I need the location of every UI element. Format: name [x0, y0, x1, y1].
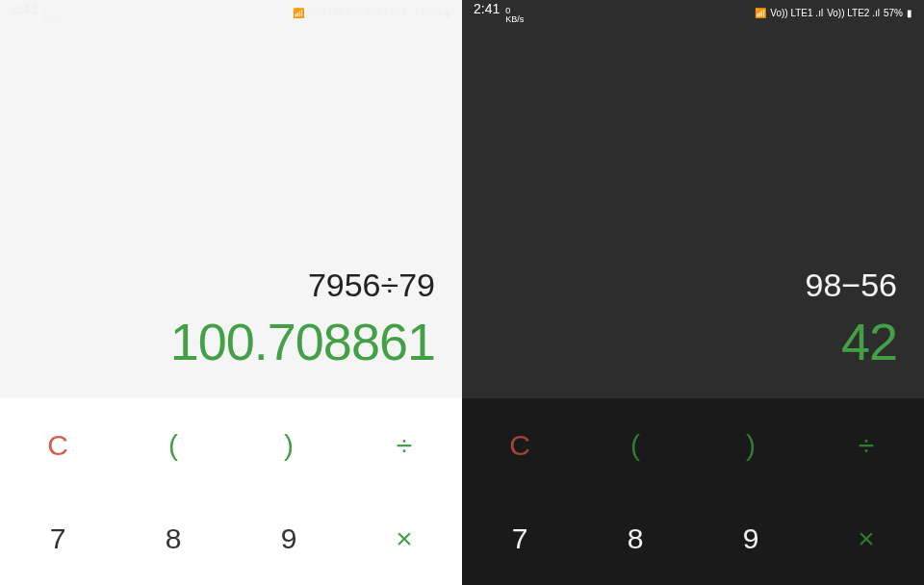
- statusbar-light: 2:41 0KB/s 📶 Vo)) LTE1 .ıl Vo)) LTE2 .ıl…: [0, 0, 462, 25]
- keypad-light: C ( ) ÷ 7 8 9 ×: [0, 398, 462, 585]
- result: 100.708861: [170, 312, 435, 371]
- clock: 2:41: [12, 1, 38, 16]
- key-lparen[interactable]: (: [578, 398, 693, 492]
- statusbar-right: 📶 Vo)) LTE1 .ıl Vo)) LTE2 .ıl 57% ▮: [755, 8, 912, 18]
- lte2-indicator: Vo)) LTE2 .ıl: [365, 8, 418, 18]
- battery-text: 57%: [422, 8, 441, 18]
- key-8[interactable]: 8: [116, 492, 231, 585]
- key-lparen[interactable]: (: [116, 398, 231, 492]
- key-9[interactable]: 9: [231, 492, 346, 585]
- screen-dark: 2:41 0KB/s 📶 Vo)) LTE1 .ıl Vo)) LTE2 .ıl…: [462, 0, 924, 585]
- statusbar-left: 2:41 0KB/s: [12, 1, 62, 24]
- key-8[interactable]: 8: [578, 492, 693, 585]
- key-7[interactable]: 7: [462, 492, 578, 585]
- wifi-icon: 📶: [755, 8, 766, 18]
- data-rate: 0KB/s: [43, 7, 62, 24]
- data-rate: 0KB/s: [505, 7, 524, 24]
- statusbar-right: 📶 Vo)) LTE1 .ıl Vo)) LTE2 .ıl 57% ▮: [293, 8, 450, 18]
- key-7[interactable]: 7: [0, 492, 116, 585]
- key-divide[interactable]: ÷: [346, 398, 462, 492]
- keypad-dark: C ( ) ÷ 7 8 9 ×: [462, 398, 924, 585]
- key-9[interactable]: 9: [693, 492, 808, 585]
- key-clear[interactable]: C: [0, 398, 116, 492]
- calc-display-light: 7956÷79 100.708861: [0, 25, 462, 398]
- statusbar-dark: 2:41 0KB/s 📶 Vo)) LTE1 .ıl Vo)) LTE2 .ıl…: [462, 0, 924, 25]
- key-rparen[interactable]: ): [693, 398, 808, 492]
- lte1-indicator: Vo)) LTE1 .ıl: [308, 8, 361, 18]
- key-divide[interactable]: ÷: [808, 398, 924, 492]
- wifi-icon: 📶: [293, 8, 304, 18]
- clock: 2:41: [474, 1, 500, 16]
- key-rparen[interactable]: ): [231, 398, 346, 492]
- battery-text: 57%: [884, 8, 903, 18]
- expression: 98−56: [806, 267, 898, 304]
- result: 42: [841, 312, 897, 371]
- lte2-indicator: Vo)) LTE2 .ıl: [827, 8, 880, 18]
- battery-icon: ▮: [445, 8, 450, 18]
- key-multiply[interactable]: ×: [808, 492, 924, 585]
- screen-light: 2:41 0KB/s 📶 Vo)) LTE1 .ıl Vo)) LTE2 .ıl…: [0, 0, 462, 585]
- expression: 7956÷79: [308, 267, 435, 304]
- lte1-indicator: Vo)) LTE1 .ıl: [770, 8, 823, 18]
- key-clear[interactable]: C: [462, 398, 578, 492]
- battery-icon: ▮: [907, 8, 912, 18]
- calc-display-dark: 98−56 42: [462, 25, 924, 398]
- key-multiply[interactable]: ×: [346, 492, 462, 585]
- statusbar-left: 2:41 0KB/s: [474, 1, 524, 24]
